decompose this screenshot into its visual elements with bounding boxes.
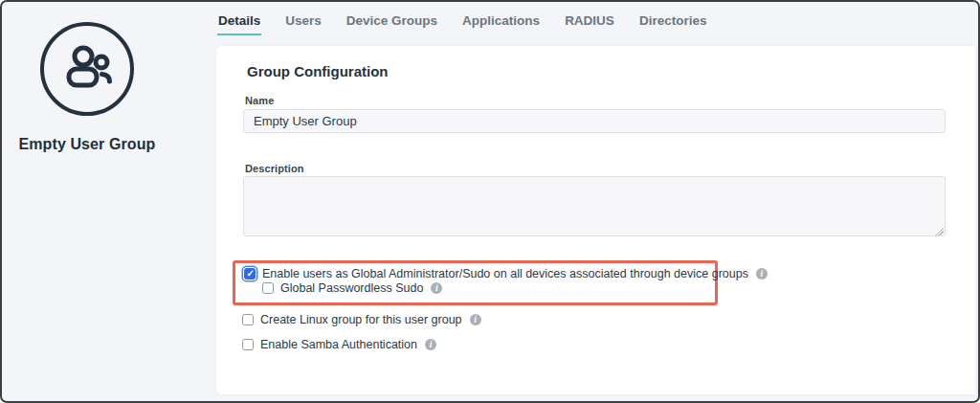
group-details-window: Empty User Group Details Users Device Gr… — [0, 0, 980, 403]
checkbox-row-enable-samba: Enable Samba Authentication i — [242, 338, 436, 351]
enable-samba-label: Enable Samba Authentication — [260, 338, 417, 351]
enable-samba-checkbox[interactable] — [242, 339, 254, 350]
tab-device-groups[interactable]: Device Groups — [345, 11, 438, 35]
description-textarea[interactable] — [243, 176, 946, 236]
create-linux-group-checkbox[interactable] — [242, 314, 254, 325]
global-admin-sudo-checkbox[interactable] — [244, 268, 256, 280]
group-configuration-panel: Group Configuration Name Description Ena… — [216, 46, 975, 394]
description-label: Description — [245, 163, 304, 174]
user-group-icon — [38, 20, 136, 118]
checkbox-row-create-linux-group: Create Linux group for this user group i — [242, 313, 481, 326]
info-icon[interactable]: i — [425, 339, 436, 350]
tab-radius[interactable]: RADIUS — [564, 11, 615, 35]
checkbox-row-global-admin-sudo: Enable users as Global Administrator/Sud… — [244, 267, 768, 280]
info-icon[interactable]: i — [470, 314, 481, 325]
create-linux-group-label: Create Linux group for this user group — [260, 313, 462, 326]
checkbox-row-global-passwordless-sudo: Global Passwordless Sudo i — [262, 281, 442, 295]
global-passwordless-sudo-label: Global Passwordless Sudo — [280, 281, 423, 295]
tab-users[interactable]: Users — [284, 11, 323, 35]
global-passwordless-sudo-checkbox[interactable] — [262, 282, 274, 294]
global-admin-sudo-label: Enable users as Global Administrator/Sud… — [262, 267, 748, 280]
info-icon[interactable]: i — [756, 268, 768, 280]
group-name-title: Empty User Group — [2, 136, 172, 153]
panel-heading: Group Configuration — [247, 63, 388, 79]
name-label: Name — [245, 95, 274, 106]
group-name-input[interactable] — [243, 109, 946, 133]
tab-details[interactable]: Details — [217, 11, 261, 35]
tab-directories[interactable]: Directories — [638, 11, 708, 35]
tab-bar: Details Users Device Groups Applications… — [217, 11, 707, 35]
tab-applications[interactable]: Applications — [461, 11, 541, 35]
info-icon[interactable]: i — [431, 282, 442, 294]
